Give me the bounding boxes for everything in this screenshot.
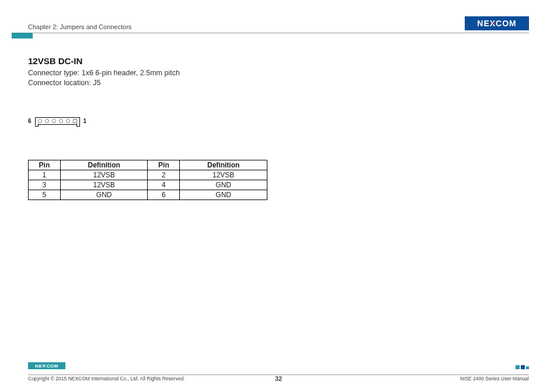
cell-def: GND xyxy=(60,190,148,200)
table-row: 3 12VSB 4 GND xyxy=(29,180,267,190)
copyright: Copyright © 2015 NEXCOM International Co… xyxy=(28,376,184,382)
th-definition: Definition xyxy=(60,160,148,170)
connector-type: Connector type: 1x6 6-pin header, 2.5mm … xyxy=(28,68,529,78)
th-pin: Pin xyxy=(29,160,61,170)
chapter-title: Chapter 2: Jumpers and Connectors xyxy=(28,23,131,30)
cell-pin: 6 xyxy=(148,190,180,200)
pin-hole xyxy=(45,119,49,123)
cell-def: GND xyxy=(180,190,267,200)
cell-def: 12VSB xyxy=(60,180,148,190)
brand-logo-footer: NE✕COM xyxy=(28,362,65,369)
cell-def: 12VSB xyxy=(180,170,267,180)
cell-def: GND xyxy=(180,180,267,190)
pin-1-square xyxy=(73,119,77,123)
cell-pin: 3 xyxy=(29,180,61,190)
cell-pin: 4 xyxy=(148,180,180,190)
pinout-table: Pin Definition Pin Definition 1 12VSB 2 … xyxy=(28,160,267,200)
pin-hole xyxy=(38,119,42,123)
page-number: 32 xyxy=(275,375,282,382)
pin-label-right: 1 xyxy=(83,118,87,124)
pin-hole xyxy=(59,119,63,123)
connector-box xyxy=(35,117,80,125)
table-row: 1 12VSB 2 12VSB xyxy=(29,170,267,180)
section-title: 12VSB DC-IN xyxy=(28,56,529,66)
th-definition: Definition xyxy=(180,160,267,170)
header-rule xyxy=(28,33,529,33)
pin-hole xyxy=(66,119,70,123)
pin-hole xyxy=(52,119,56,123)
manual-title: NISE 2400 Series User Manual xyxy=(460,376,529,382)
cell-pin: 5 xyxy=(29,190,61,200)
pin-label-left: 6 xyxy=(28,118,32,124)
th-pin: Pin xyxy=(148,160,180,170)
connector-diagram: 6 1 xyxy=(28,117,529,125)
cell-def: 12VSB xyxy=(60,170,148,180)
accent-bar xyxy=(12,33,33,38)
table-header-row: Pin Definition Pin Definition xyxy=(29,160,267,170)
table-row: 5 GND 6 GND xyxy=(29,190,267,200)
cell-pin: 1 xyxy=(29,170,61,180)
brand-logo-top: NEXCOM xyxy=(465,16,529,30)
connector-location: Connector location: J5 xyxy=(28,78,529,88)
cell-pin: 2 xyxy=(148,170,180,180)
footer-decoration xyxy=(516,365,529,369)
